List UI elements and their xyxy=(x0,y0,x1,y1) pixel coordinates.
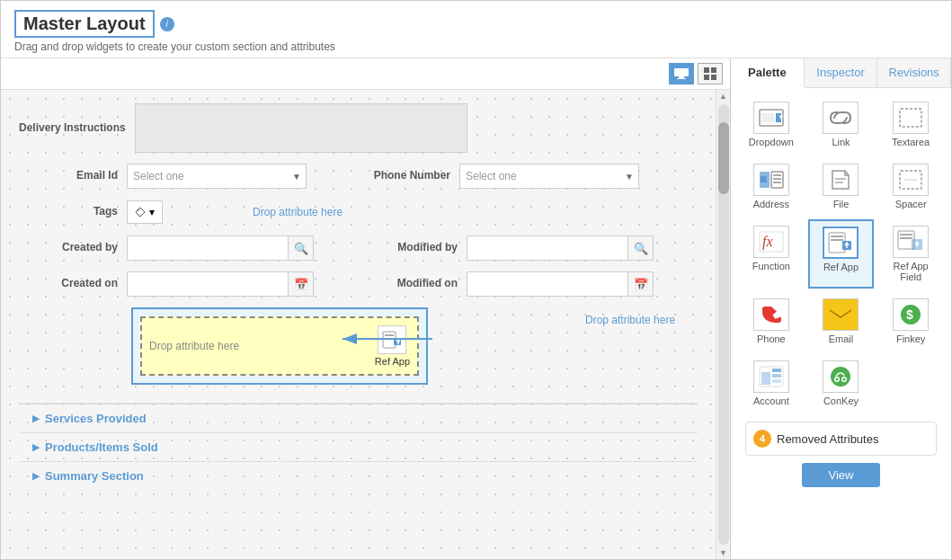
refappfield-palette-icon xyxy=(893,226,929,258)
phone-label: Phone Number xyxy=(351,169,450,183)
scroll-down-btn[interactable]: ▼ xyxy=(719,547,727,559)
tab-inspector[interactable]: Inspector xyxy=(805,58,878,87)
created-on-calendar-btn[interactable]: 📅 xyxy=(289,271,314,297)
created-modified-by-row: Created by 🔍 Modified by 🔍 xyxy=(19,236,698,261)
delivery-instructions-input[interactable] xyxy=(135,103,467,153)
tab-revisions[interactable]: Revisions xyxy=(877,58,951,87)
textarea-palette-label: Textarea xyxy=(892,137,930,147)
file-palette-icon xyxy=(823,164,859,196)
canvas-bottom-sections: ▶ Services Provided ▶ Products/Items Sol… xyxy=(19,403,698,490)
textarea-palette-icon xyxy=(893,102,929,134)
palette-item-finkey[interactable]: $ Finkey xyxy=(877,292,944,351)
tags-btn-arrow: ▾ xyxy=(149,206,155,218)
tab-palette[interactable]: Palette xyxy=(731,58,805,88)
svg-rect-4 xyxy=(711,67,716,73)
modified-by-label: Modified by xyxy=(359,241,458,255)
svg-rect-42 xyxy=(761,372,770,385)
svg-rect-2 xyxy=(677,78,686,79)
created-by-search-btn[interactable]: 🔍 xyxy=(289,236,314,261)
svg-rect-44 xyxy=(772,374,781,378)
palette-item-spacer[interactable]: Spacer xyxy=(877,157,944,216)
palette-item-dropdown[interactable]: ▼ Dropdown xyxy=(738,95,805,154)
email-label: Email Id xyxy=(19,169,118,183)
modified-on-calendar-btn[interactable]: 📅 xyxy=(628,271,654,297)
svg-rect-5 xyxy=(704,75,709,80)
modified-on-input[interactable] xyxy=(467,271,628,297)
svg-rect-20 xyxy=(773,174,781,176)
info-icon[interactable]: i xyxy=(160,17,174,31)
svg-point-7 xyxy=(138,209,139,211)
right-drop-zone[interactable]: Drop attribute here xyxy=(585,307,675,333)
tags-button[interactable]: ▾ xyxy=(127,200,163,224)
canvas-scrollbar[interactable]: ▲ ▼ xyxy=(716,90,730,559)
finkey-palette-label: Finkey xyxy=(896,333,925,344)
svg-rect-31 xyxy=(831,236,843,237)
drag-target-area[interactable]: Drop attribute here xyxy=(131,307,428,385)
header-title-row: Master Layout i xyxy=(14,10,938,38)
palette-item-link[interactable]: Link xyxy=(808,95,875,154)
palette-item-textarea[interactable]: Textarea xyxy=(877,95,944,154)
created-by-input-group: 🔍 xyxy=(127,236,314,261)
svg-rect-1 xyxy=(679,76,684,78)
link-palette-icon xyxy=(823,102,859,134)
created-on-input[interactable] xyxy=(127,271,289,297)
drag-drop-row: Drop attribute here xyxy=(19,307,698,392)
drop-zone-tags[interactable]: Drop attribute here xyxy=(253,200,343,225)
canvas-toolbar xyxy=(1,58,730,90)
palette-item-function[interactable]: fx Function xyxy=(738,219,805,289)
canvas-content: Delivery Instructions Email Id Select on… xyxy=(1,90,716,559)
file-palette-label: File xyxy=(833,199,850,209)
ref-app-widget-label: Ref App xyxy=(375,356,410,367)
refapp-palette-label: Ref App xyxy=(823,262,859,272)
email-select-wrapper: Select one ▼ xyxy=(127,164,307,189)
removed-attributes-section: 4 Removed Attributes xyxy=(745,422,937,456)
created-on-label: Created on xyxy=(19,277,118,291)
palette-item-refappfield[interactable]: Ref App Field xyxy=(877,219,944,289)
summary-section[interactable]: ▶ Summary Section xyxy=(19,461,698,490)
scrollbar-thumb[interactable] xyxy=(718,122,729,194)
svg-rect-3 xyxy=(704,67,709,73)
modified-by-search-btn[interactable]: 🔍 xyxy=(628,236,654,261)
palette-item-refapp[interactable]: Ref App xyxy=(808,219,875,289)
spacer-palette-label: Spacer xyxy=(895,199,927,209)
conkey-palette-label: ConKey xyxy=(823,396,859,406)
drag-target-container: Drop attribute here xyxy=(131,307,428,392)
services-chevron-icon: ▶ xyxy=(32,413,40,424)
removed-attributes-header: 4 Removed Attributes xyxy=(753,430,929,448)
products-sold-section[interactable]: ▶ Products/Items Sold xyxy=(19,432,698,461)
svg-rect-35 xyxy=(900,234,912,236)
created-by-input[interactable] xyxy=(127,236,289,261)
summary-label: Summary Section xyxy=(45,469,144,483)
app-container: Master Layout i Drag and drop widgets to… xyxy=(0,0,952,560)
canvas-area: Delivery Instructions Email Id Select on… xyxy=(1,58,731,559)
view-button[interactable]: View xyxy=(802,463,881,487)
svg-rect-10 xyxy=(385,338,394,340)
scroll-up-btn[interactable]: ▲ xyxy=(719,90,727,102)
modified-by-input[interactable] xyxy=(467,236,628,261)
right-panel: Palette Inspector Revisions xyxy=(731,58,951,559)
services-provided-section[interactable]: ▶ Services Provided xyxy=(19,404,698,432)
phone-select[interactable]: Select one xyxy=(459,164,639,189)
address-palette-label: Address xyxy=(753,199,789,209)
palette-item-file[interactable]: File xyxy=(808,157,875,216)
created-by-label: Created by xyxy=(19,241,118,255)
palette-item-account[interactable]: Account xyxy=(738,354,805,413)
address-palette-icon xyxy=(753,164,789,196)
palette-item-phone[interactable]: Phone xyxy=(738,292,805,351)
phone-palette-icon xyxy=(753,298,789,331)
grid-view-btn[interactable] xyxy=(698,63,723,84)
svg-rect-14 xyxy=(761,113,774,122)
panel-tabs: Palette Inspector Revisions xyxy=(731,58,951,88)
page-title: Master Layout xyxy=(14,10,155,38)
palette-item-email[interactable]: Email xyxy=(808,292,875,351)
palette-item-conkey[interactable]: ConKey xyxy=(808,354,875,413)
email-select[interactable]: Select one xyxy=(127,164,307,189)
svg-rect-43 xyxy=(772,369,781,372)
delivery-instructions-row: Delivery Instructions xyxy=(19,103,698,153)
phone-select-wrapper: Select one ▼ xyxy=(459,164,639,189)
refapp-palette-icon xyxy=(823,227,859,259)
desktop-view-btn[interactable] xyxy=(669,63,694,84)
dropdown-palette-label: Dropdown xyxy=(749,137,794,147)
email-phone-row: Email Id Select one ▼ Phone Number Selec… xyxy=(19,164,698,189)
palette-item-address[interactable]: Address xyxy=(738,157,805,216)
